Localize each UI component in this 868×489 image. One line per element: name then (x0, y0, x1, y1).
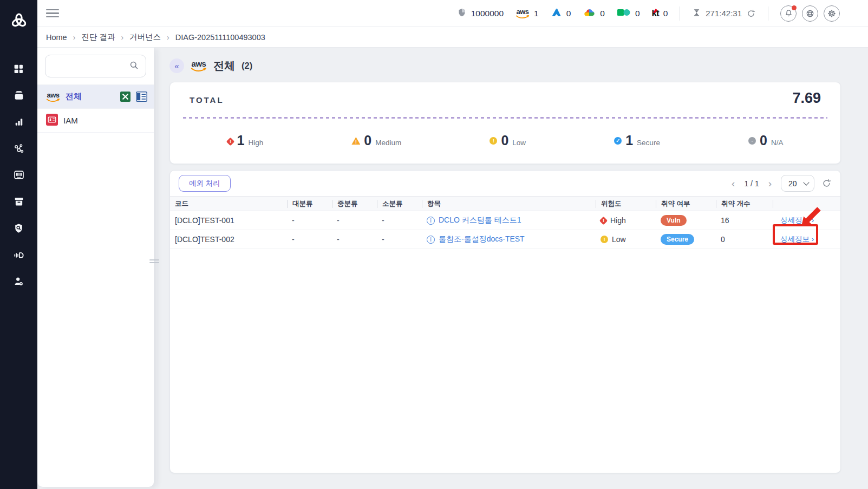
naver-count: 0 (635, 9, 640, 18)
provider-stat-kt: kt 0 (652, 8, 668, 19)
col-item: 항목 (422, 200, 596, 208)
table-row: [DCLO]TEST-002 - - - 룰참조-룰설정docs-TEST ! … (170, 230, 840, 249)
aws-logo-icon: aws (46, 92, 60, 102)
table-refresh-icon[interactable] (821, 178, 832, 188)
divider (768, 6, 768, 21)
col-category-large: 대분류 (287, 200, 332, 208)
medium-severity-icon: ! (351, 137, 360, 145)
archive-box-icon[interactable] (12, 195, 26, 207)
na-minus-icon: - (748, 137, 756, 145)
table-toolbar: 예외 처리 ‹ 1 / 1 › 20 (170, 171, 840, 196)
asset-total-stat: 1000000 (457, 8, 504, 19)
total-label: TOTAL (190, 95, 224, 105)
service-item-label: IAM (63, 116, 78, 125)
page-indicator: 1 / 1 (744, 179, 759, 188)
total-score-value: 7.69 (792, 90, 821, 107)
info-icon (427, 217, 435, 225)
scan-barcode-icon[interactable] (12, 169, 26, 181)
cell-vuln-status: Vuln (656, 215, 716, 226)
service-item-label: 전체 (66, 92, 82, 102)
cell-category-mid: - (332, 216, 377, 225)
high-severity-icon: ! (226, 138, 234, 146)
topology-icon[interactable] (12, 142, 26, 154)
info-icon (427, 236, 435, 244)
col-vuln-status: 취약 여부 (656, 200, 716, 208)
audit-report-icon[interactable] (12, 249, 26, 260)
col-code: 코드 (170, 200, 287, 208)
provider-stat-aws: aws 1 (515, 8, 539, 19)
page-next-icon[interactable]: › (766, 178, 774, 188)
kt-logo-icon: kt (652, 8, 659, 19)
menu-toggle-icon[interactable] (46, 9, 59, 18)
result-count: (2) (242, 61, 252, 71)
language-globe-button[interactable] (802, 5, 818, 22)
cell-category-small: - (377, 235, 422, 244)
cell-vuln-status: Secure (656, 234, 716, 245)
item-link[interactable]: DCLO 커스텀룰 테스트1 (439, 216, 521, 225)
breadcrumb-diagnosis-id: DIAG-2025111100493003 (175, 33, 265, 42)
azure-logo-icon (551, 6, 562, 20)
service-item-iam[interactable]: IAM (37, 109, 154, 133)
excel-export-icon[interactable] (120, 92, 130, 102)
col-actions (773, 200, 840, 208)
kt-count: 0 (663, 9, 668, 18)
app-screen: 1000000 aws 1 0 (0, 0, 868, 489)
security-scan-shield-icon[interactable] (12, 222, 26, 234)
divider (680, 6, 680, 21)
aws-count: 1 (534, 9, 539, 18)
search-icon[interactable] (129, 60, 139, 73)
cell-risk: ! Low (596, 235, 656, 244)
breadcrumb-diagnosis-results[interactable]: 진단 결과 (81, 32, 115, 42)
breadcrumb-separator-icon: › (73, 33, 76, 42)
dashed-divider (183, 117, 827, 119)
collapse-panel-button[interactable]: « (169, 58, 184, 73)
detail-link[interactable]: 상세정보 › (780, 216, 814, 225)
search-input[interactable] (52, 62, 129, 70)
session-timer: 271:42:31 (692, 8, 756, 19)
service-item-aws-all[interactable]: aws 전체 (37, 85, 154, 109)
page-title: 전체 (213, 58, 235, 73)
brand-logo-icon[interactable] (6, 10, 31, 35)
settings-gear-button[interactable] (824, 5, 840, 22)
cell-category-large: - (287, 235, 332, 244)
naver-cloud-logo-icon (617, 8, 631, 19)
dashboard-icon[interactable] (12, 63, 26, 75)
rail-nav (12, 63, 26, 287)
col-category-small: 소분류 (377, 200, 422, 208)
secure-check-icon: ✓ (614, 137, 622, 145)
provider-stat-naver: 0 (617, 8, 640, 19)
total-score-card: TOTAL 7.69 ! 1 High ! 0 Medium ! 0 L (169, 82, 841, 164)
breadcrumb-governance[interactable]: 거버넌스 (129, 32, 161, 42)
provider-stat-azure: 0 (551, 6, 571, 20)
report-doc-export-icon[interactable] (136, 92, 147, 102)
notifications-button[interactable] (780, 5, 797, 22)
page-prev-icon[interactable]: ‹ (729, 178, 737, 188)
page-size-select[interactable]: 20 (781, 175, 814, 192)
service-list-panel: aws 전체 (37, 48, 154, 487)
notification-badge-dot (792, 5, 797, 10)
bar-chart-icon[interactable] (12, 116, 26, 128)
item-link[interactable]: 룰참조-룰설정docs-TEST (439, 234, 525, 244)
detail-link[interactable]: 상세정보 › (780, 234, 814, 244)
panel-resize-handle[interactable] (149, 259, 159, 263)
severity-summary: ! 1 High ! 0 Medium ! 0 Low ✓ 1 Secu (183, 134, 827, 147)
low-severity-icon: ! (490, 137, 497, 145)
asset-total-value: 1000000 (471, 9, 504, 18)
assets-box-icon[interactable] (12, 89, 26, 101)
breadcrumb-home[interactable]: Home (46, 33, 67, 42)
nav-rail (0, 0, 37, 489)
cell-risk: ! High (596, 216, 656, 225)
user-settings-icon[interactable] (12, 275, 26, 287)
table-row: [DCLO]TEST-001 - - - DCLO 커스텀룰 테스트1 ! Hi… (170, 211, 840, 230)
exception-handling-button[interactable]: 예외 처리 (179, 175, 231, 192)
summary-secure: ✓ 1 Secure (614, 134, 660, 147)
cell-code: [DCLO]TEST-002 (170, 235, 287, 244)
cell-code: [DCLO]TEST-001 (170, 216, 287, 225)
gcp-logo-icon (583, 6, 596, 21)
iam-service-icon (46, 114, 58, 128)
col-vuln-count: 취약 개수 (716, 200, 773, 208)
timer-value: 271:42:31 (706, 9, 742, 18)
summary-high: ! 1 High (227, 134, 264, 147)
timer-refresh-icon[interactable] (746, 9, 756, 18)
results-table-card: 예외 처리 ‹ 1 / 1 › 20 (169, 170, 841, 473)
